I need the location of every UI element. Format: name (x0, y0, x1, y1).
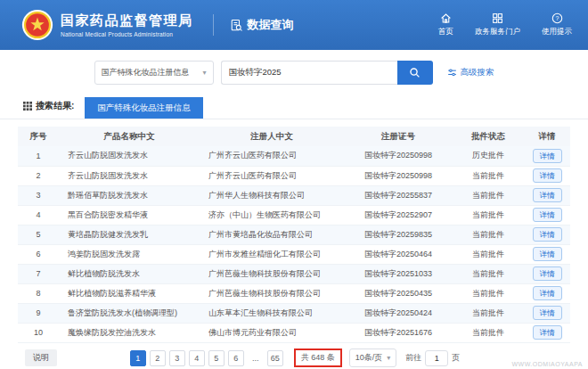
detail-button[interactable]: 详情 (533, 247, 562, 261)
cell-product: 鲁济堂防脱洗发水(植物调理型) (59, 303, 200, 323)
table-row: 5黄培晶防脱健发洗发乳广州市黄培晶化妆品有限公司国妆特字20259835当前批件… (18, 225, 570, 244)
column-header: 序号 (18, 127, 59, 146)
detail-button[interactable]: 详情 (533, 208, 562, 222)
advanced-search-label: 高级搜索 (461, 67, 494, 78)
detail-button[interactable]: 详情 (533, 168, 562, 183)
nav-gov-portal-label: 政务服务门户 (475, 27, 520, 37)
svg-text:?: ? (555, 15, 559, 21)
cell-detail: 详情 (524, 264, 570, 283)
cell-no: 2 (18, 166, 59, 185)
page-button[interactable]: 1 (130, 350, 146, 366)
pager-pages: 123456...65 (128, 350, 285, 366)
cell-product: 黄培晶防脱健发洗发乳 (59, 225, 200, 244)
page-size-select[interactable]: 10条/页 ▾ (349, 348, 397, 367)
cell-detail: 详情 (524, 146, 570, 166)
cell-registrant: 广州芭薇生物科技股份有限公司 (200, 283, 344, 303)
cell-product: 黑百合防脱密发精华液 (59, 205, 200, 225)
cell-cert: 国妆特字20255837 (344, 185, 453, 205)
page-button[interactable]: 6 (228, 350, 244, 366)
nav-gov-portal[interactable]: 政务服务门户 (475, 12, 520, 37)
cell-registrant: 佛山市博元药业有限公司 (200, 323, 344, 342)
top-nav: 首页 政务服务门户 ? 使用提示 (438, 12, 572, 37)
category-select[interactable]: 国产特殊化妆品注册信息 ▾ (94, 61, 214, 85)
goto-page-input[interactable] (425, 350, 448, 366)
cell-product: 齐云山防脱固发洗发水 (59, 146, 200, 166)
table-row: 6鸿姜防脱固发洗发露广州市发雅丝精细化工有限公司国妆特字20250464当前批件… (18, 244, 570, 264)
page-button[interactable]: 65 (267, 350, 283, 366)
brand: 国家药品监督管理局 National Medical Products Admi… (61, 12, 193, 37)
advanced-search-link[interactable]: 高级搜索 (447, 67, 494, 78)
cell-detail: 详情 (524, 323, 570, 342)
cell-status: 当前批件 (453, 283, 524, 303)
cell-no: 3 (18, 185, 59, 205)
note-button[interactable]: 说明 (25, 349, 57, 366)
nav-usage-tips[interactable]: ? 使用提示 (542, 12, 572, 37)
brand-title: 国家药品监督管理局 (61, 12, 193, 29)
table-row: 8鲜比植物防脱滋养精华液广州芭薇生物科技股份有限公司国妆特字20250435当前… (18, 283, 570, 303)
cell-no: 9 (18, 303, 59, 323)
detail-button[interactable]: 详情 (533, 188, 562, 202)
cell-cert: 国妆特字20259835 (344, 225, 453, 244)
cell-detail: 详情 (524, 303, 570, 323)
search-button[interactable] (397, 61, 433, 85)
detail-button[interactable]: 详情 (533, 266, 562, 281)
table-body: 1齐云山防脱固发洗发水广州齐云山医药有限公司国妆特字20250998历史批件详情… (18, 146, 570, 342)
cell-status: 当前批件 (453, 225, 524, 244)
cell-status: 当前批件 (453, 264, 524, 283)
search-icon (409, 67, 421, 78)
cell-registrant: 广州市黄培晶化妆品有限公司 (200, 225, 344, 244)
results-label: 搜索结果: (23, 100, 74, 119)
detail-button[interactable]: 详情 (533, 306, 562, 320)
detail-button[interactable]: 详情 (533, 227, 562, 242)
cell-registrant: 山东草本汇生物科技有限公司 (200, 303, 344, 323)
column-header: 批件状态 (453, 127, 524, 146)
page-button[interactable]: 2 (150, 350, 166, 366)
cell-no: 6 (18, 244, 59, 264)
detail-button[interactable]: 详情 (533, 286, 562, 300)
results-table-wrap: 序号产品名称中文注册人中文注册证号批件状态详情 1齐云山防脱固发洗发水广州齐云山… (0, 119, 588, 343)
cell-registrant: 广州市发雅丝精细化工有限公司 (200, 244, 344, 264)
detail-button[interactable]: 详情 (533, 149, 562, 163)
cell-product: 黔瑶佰草防脱发洗发水 (59, 185, 200, 205)
column-header: 产品名称中文 (59, 127, 200, 146)
nmpa-emblem-logo (21, 9, 53, 41)
column-header: 注册证号 (344, 127, 453, 146)
table-row: 9鲁济堂防脱洗发水(植物调理型)山东草本汇生物科技有限公司国妆特字2025042… (18, 303, 570, 323)
help-icon: ? (551, 12, 563, 24)
cell-no: 4 (18, 205, 59, 225)
page-button[interactable]: 3 (169, 350, 185, 366)
goto-suffix-label: 页 (452, 352, 460, 364)
cell-no: 1 (18, 146, 59, 166)
detail-button[interactable]: 详情 (533, 325, 562, 340)
column-header: 注册人中文 (200, 127, 344, 146)
cell-status: 当前批件 (453, 185, 524, 205)
nav-home-label: 首页 (438, 27, 453, 37)
cell-detail: 详情 (524, 185, 570, 205)
table-row: 2齐云山防脱固发洗发水广州齐云山医药有限公司国妆特字20250998当前批件详情 (18, 166, 570, 185)
nav-home[interactable]: 首页 (438, 12, 453, 37)
cell-status: 当前批件 (453, 166, 524, 185)
cell-detail: 详情 (524, 283, 570, 303)
cell-status: 历史批件 (453, 146, 524, 166)
cell-registrant: 广州齐云山医药有限公司 (200, 166, 344, 185)
cell-no: 10 (18, 323, 59, 342)
cell-detail: 详情 (524, 166, 570, 185)
results-bar: 搜索结果: 国产特殊化妆品注册信息 (0, 94, 588, 119)
cell-product: 齐云山防脱固发洗发水 (59, 166, 200, 185)
table-row: 3黔瑶佰草防脱发洗发水广州华人生物科技有限公司国妆特字20255837当前批件详… (18, 185, 570, 205)
chevron-down-icon: ▾ (202, 70, 206, 77)
portal-icon (492, 12, 503, 24)
table-header-row: 序号产品名称中文注册人中文注册证号批件状态详情 (18, 127, 570, 146)
cell-no: 7 (18, 264, 59, 283)
top-header: 国家药品监督管理局 National Medical Products Admi… (0, 0, 588, 50)
cell-registrant: 济亦（中山）生物医药有限公司 (200, 205, 344, 225)
search-input[interactable] (221, 61, 397, 85)
page-button[interactable]: 5 (208, 350, 225, 366)
nav-usage-tips-label: 使用提示 (542, 27, 572, 37)
cell-cert: 国妆特字20250435 (344, 283, 453, 303)
page: 国家药品监督管理局 National Medical Products Admi… (0, 0, 588, 368)
home-icon (440, 12, 452, 24)
goto-page: 前往 页 (405, 350, 460, 366)
results-tab-active[interactable]: 国产特殊化妆品注册信息 (85, 97, 203, 119)
page-button[interactable]: 4 (189, 350, 205, 366)
